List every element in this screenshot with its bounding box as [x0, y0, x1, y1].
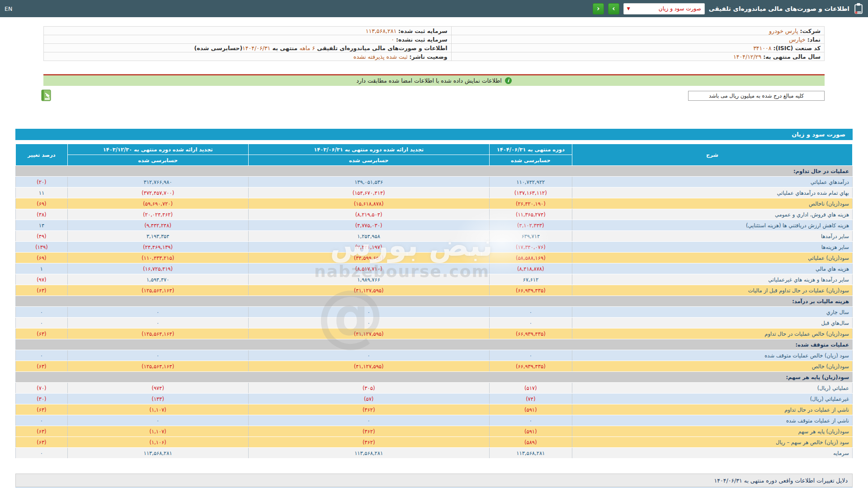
cell-value-current: ۱۱۰,۷۴۲,۹۲۲: [489, 177, 572, 188]
cell-value-restated-year: ۱,۵۹۴,۴۷۰: [67, 274, 248, 285]
cell-value-current: ۱۱۳,۵۶۸,۲۸۱: [489, 448, 572, 459]
header-period-restated-year: تجدید ارائه شده دوره منتهی به ۱۴۰۳/۱۲/۳۰: [67, 144, 248, 155]
cell-value-restated-year: ۰: [67, 307, 248, 318]
row-label: درآمدهاي عملياتي: [572, 177, 852, 188]
table-row: سود(زيان) عمليات در حال تداوم قبل از مال…: [16, 285, 853, 296]
cell-value-current: (۲۶,۴۲۰,۱۹۰): [489, 198, 572, 209]
info-value: ۰: [391, 36, 396, 43]
cell-value-current: (۶۶,۹۳۹,۴۳۵): [489, 361, 572, 372]
table-row: سرمايه۱۱۳,۵۶۸,۲۸۱۱۱۳,۵۶۸,۲۸۱۱۱۳,۵۶۸,۲۸۱۰: [16, 448, 853, 459]
cell-pct-change: (۴۹): [16, 231, 68, 242]
cell-value-current: ۰: [489, 415, 572, 426]
previous-statement-button[interactable]: ‹: [593, 3, 604, 14]
cell-value-restated-year: (۱۲۵,۵۶۴,۱۶۴): [67, 285, 248, 296]
company-info-row: شرکت: پارس خودروسرمایه ثبت شده: ۱۱۳,۵۶۸,…: [44, 27, 825, 35]
info-label: وضعیت ناشر:: [409, 53, 447, 60]
cell-value-restated-year: ۰: [67, 350, 248, 361]
cell-value-restated-mid: (۳۶۲): [248, 404, 489, 415]
cell-pct-change: (۶۳): [16, 361, 68, 372]
row-label: ساير هزينه‌ها: [572, 242, 852, 253]
info-label: کد صنعت (ISIC):: [773, 45, 821, 52]
statement-type-selected-value: صورت سود و زیان: [633, 5, 701, 12]
statement-type-dropdown[interactable]: صورت سود و زیان ▼: [623, 3, 705, 14]
cell-value-restated-year: (۱۶,۷۲۵,۴۱۹): [67, 263, 248, 274]
restatement-reasons-bar: دلایل تغییرات اطلاعات واقعی دوره منتهی ب…: [15, 474, 853, 487]
row-label: سود(زيان) عمليات در حال تداوم قبل از مال…: [572, 285, 852, 296]
row-label: ناشي از عمليات متوقف شده: [572, 415, 852, 426]
cell-pct-change: ۰: [16, 318, 68, 328]
cell-value-restated-mid: (۴۱,۱۲۷,۵۹۵): [248, 285, 489, 296]
info-label: شرکت:: [800, 28, 821, 34]
title-gap: [15, 140, 853, 144]
report-clipboard-icon[interactable]: [854, 3, 863, 14]
row-label: بهاي تمام شده درآمدهاي عملياتي: [572, 188, 852, 198]
cell-value-restated-mid: ۰: [248, 318, 489, 328]
cell-pct-change: (۱۳۹): [16, 242, 68, 253]
info-label: منتهی به: [270, 45, 299, 52]
table-row: سود(زيان) خالص(۶۶,۹۳۹,۴۳۵)(۴۱,۱۲۷,۵۹۵)(۱…: [16, 361, 853, 372]
profit-loss-table: شرح دوره منتهی به ۱۴۰۴/۰۶/۳۱ تجدید ارائه…: [15, 144, 853, 459]
info-value: ۱۴۰۴/۱۲/۲۹: [733, 53, 763, 60]
page-title: اطلاعات و صورت‌های مالی میاندوره‌ای تلفی…: [709, 5, 849, 12]
info-value: پارس خودرو: [769, 28, 800, 34]
company-info-body: شرکت: پارس خودروسرمایه ثبت شده: ۱۱۳,۵۶۸,…: [44, 27, 825, 61]
cell-value-restated-year: (۱,۱۰۶): [67, 437, 248, 448]
cell-value-restated-mid: ۱۱۳,۵۶۸,۲۸۱: [248, 448, 489, 459]
header-audited-year: حسابرسی شده: [67, 155, 248, 166]
next-statement-button[interactable]: ›: [608, 3, 619, 14]
table-row: سال‌هاي قبل۰۰۰۰: [16, 318, 853, 328]
section-header-row: سود(زيان) پايه هر سهم:: [16, 372, 853, 383]
cell-value-restated-year: ۰: [67, 318, 248, 328]
info-label: اطلاعات و صورت‌های مالی میاندوره‌ای تلفی…: [315, 45, 448, 52]
row-label: سال جاري: [572, 307, 852, 318]
cell-value-restated-mid: (۵۷): [248, 394, 489, 404]
section-header-label: عمليات متوقف شده:: [16, 339, 853, 350]
cell-pct-change: ۰: [16, 307, 68, 318]
row-label: هزينه هاي فروش، اداري و عمومي: [572, 209, 852, 220]
cell-value-current: (۱۷,۳۴۰,۰۷۶): [489, 242, 572, 253]
cell-value-restated-year: ۰: [67, 415, 248, 426]
cell-value-restated-mid: (۱۵۴,۶۷۰,۴۱۴): [248, 188, 489, 198]
table-row: سال جاري۰۰۰۰: [16, 307, 853, 318]
header-period-current: دوره منتهی به ۱۴۰۴/۰۶/۳۱: [489, 144, 572, 155]
cell-value-current: (۸,۴۱۸,۸۷۸): [489, 263, 572, 274]
company-info-cell: شرکت: پارس خودرو: [451, 27, 825, 35]
company-info-cell: کد صنعت (ISIC): ۳۴۱۰۰۸: [451, 44, 825, 52]
header-audited-current: حسابرسی شده: [489, 155, 572, 166]
cell-pct-change: (۹۷): [16, 274, 68, 285]
cell-value-restated-year: (۱۲۵,۵۶۴,۱۶۴): [67, 328, 248, 339]
chevron-down-icon: ▼: [627, 6, 630, 11]
currency-note: کلیه مبالغ درج شده به میلیون ریال می باش…: [688, 91, 825, 101]
header-audited-mid: حسابرسی شده: [248, 155, 489, 166]
company-info-cell: سال مالی منتهی به: ۱۴۰۴/۱۲/۲۹: [451, 52, 825, 61]
info-value: ۱۱۳,۵۶۸,۲۸۱: [366, 28, 398, 34]
cell-pct-change: (۶۳): [16, 437, 68, 448]
row-label: ساير درآمدها: [572, 231, 852, 242]
info-label: سال مالی منتهی به:: [763, 53, 821, 60]
row-label: عملياتي (ريال): [572, 383, 852, 394]
cell-value-restated-mid: ۰: [248, 307, 489, 318]
cell-value-current: (۷۴): [489, 394, 572, 404]
table-row: هزينه کاهش ارزش دريافتني ها (هزينه استثن…: [16, 220, 853, 231]
row-label: سود(زيان) خالص عمليات در حال تداوم: [572, 328, 852, 339]
row-label: سود (زيان) خالص هر سهم – ريال: [572, 437, 852, 448]
excel-export-icon[interactable]: [40, 89, 52, 102]
cell-value-current: ۶۳۹,۷۱۴: [489, 231, 572, 242]
cell-value-current: ۰: [489, 318, 572, 328]
cell-pct-change: (۳۸): [16, 209, 68, 220]
section-header-row: هزينه ماليات بر درآمد:: [16, 296, 853, 307]
row-label: غيرعملياتي (ريال): [572, 394, 852, 404]
cell-value-current: (۱۳۷,۱۶۳,۱۱۲): [489, 188, 572, 198]
cell-pct-change: ۰: [16, 415, 68, 426]
info-value: ۳۴۱۰۰۸: [753, 45, 773, 52]
cell-value-restated-year: (۳۷۲,۴۵۷,۷۰۰): [67, 188, 248, 198]
statement-title-bar: صورت سود و زیان: [15, 129, 853, 140]
row-label: سرمايه: [572, 448, 852, 459]
company-info-row: نماد: خپارسسرمایه ثبت نشده: ۰: [44, 35, 825, 44]
language-toggle-en[interactable]: EN: [5, 5, 12, 12]
table-row: درآمدهاي عملياتي۱۱۰,۷۴۲,۹۲۲۱۳۹,۰۵۱,۵۳۶۳۱…: [16, 177, 853, 188]
cell-pct-change: ۱۱: [16, 188, 68, 198]
cell-value-current: ۰: [489, 350, 572, 361]
cell-value-restated-year: (۲۰,۰۲۴,۴۶۲): [67, 209, 248, 220]
info-label: سرمایه ثبت نشده:: [396, 36, 448, 43]
